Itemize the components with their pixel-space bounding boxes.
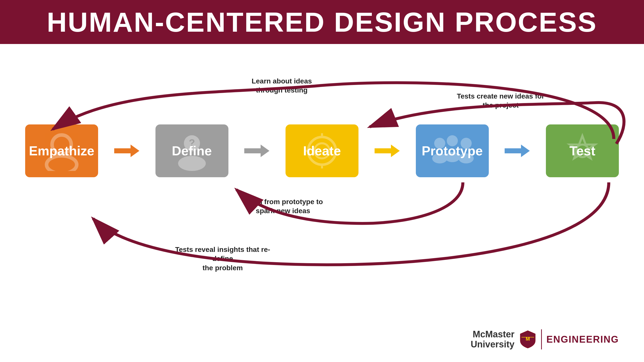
logo-divider [541, 329, 542, 349]
mcmaster-logo: McMaster University M ENGINEERING [471, 329, 619, 349]
annotation-tests-redefine: Tests reveal insights that re-definethe … [166, 245, 279, 273]
step-define-label: Define [172, 143, 212, 158]
page-header: HUMAN-CENTERED DESIGN PROCESS [0, 0, 644, 44]
svg-rect-24 [521, 337, 534, 338]
main-content: Learn about ideas through testing Tests … [0, 44, 644, 362]
svg-marker-6 [244, 145, 269, 157]
engineering-label: ENGINEERING [546, 334, 619, 345]
step-prototype: Prototype [416, 124, 489, 177]
step-ideate: Ideate [286, 124, 358, 177]
step-empathize-label: Empathize [29, 143, 94, 158]
svg-marker-13 [375, 145, 400, 157]
step-test: Test [546, 124, 619, 177]
university-name: McMaster University [471, 329, 514, 349]
arrow-empathize-define [114, 143, 139, 158]
page-title: HUMAN-CENTERED DESIGN PROCESS [47, 6, 597, 38]
arrow-prototype-test [505, 143, 530, 158]
mcmaster-shield-icon: M [519, 329, 537, 349]
annotation-learn-prototype: Learn from prototype tospark new ideas [239, 197, 327, 216]
svg-marker-2 [114, 145, 139, 157]
steps-row: Empathize ? Define [25, 124, 619, 177]
step-empathize: Empathize [25, 124, 98, 177]
step-define: ? Define [155, 124, 228, 177]
step-prototype-label: Prototype [422, 143, 483, 158]
step-test-label: Test [569, 143, 595, 158]
step-ideate-label: Ideate [303, 143, 341, 158]
arrow-ideate-prototype [375, 143, 400, 158]
diagram-container: Learn about ideas through testing Tests … [15, 64, 629, 337]
arrow-define-ideate [244, 143, 269, 158]
svg-marker-20 [505, 145, 530, 157]
annotation-tests-new-ideas: Tests create new ideas for the project [455, 92, 546, 110]
annotation-learn-testing: Learn about ideas through testing [242, 77, 322, 95]
